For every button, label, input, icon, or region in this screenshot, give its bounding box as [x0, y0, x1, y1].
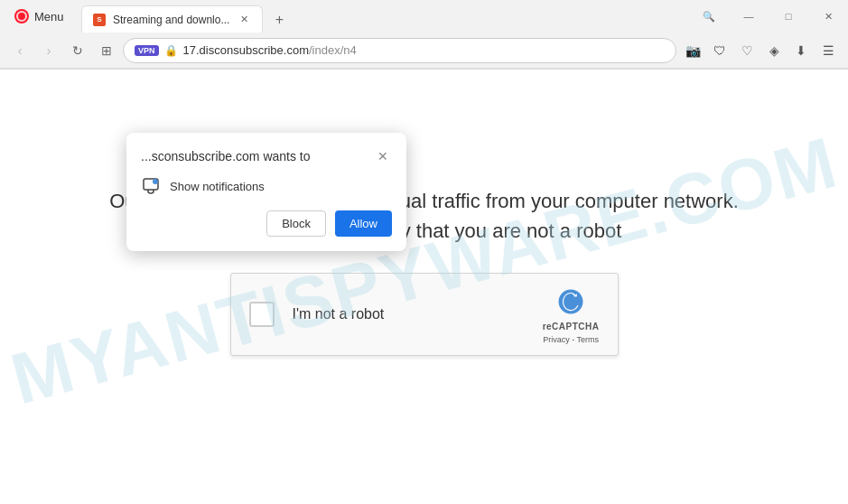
captcha-label: I'm not a robot: [293, 306, 525, 322]
minimize-button[interactable]: —: [729, 3, 769, 30]
lock-icon: 🔒: [164, 44, 178, 57]
terms-link[interactable]: Terms: [577, 335, 600, 344]
svg-point-1: [153, 179, 158, 184]
maximize-button[interactable]: □: [769, 3, 808, 30]
back-button[interactable]: ‹: [7, 38, 33, 63]
title-bar-row: Menu S Streaming and downlo... ✕ + 🔍 — □…: [0, 0, 848, 33]
captcha-logo-area: reCAPTCHA Privacy - Terms: [543, 285, 600, 344]
search-button[interactable]: 🔍: [689, 3, 729, 30]
recaptcha-links: Privacy - Terms: [543, 335, 599, 344]
notification-popup: ...sconsubscribe.com wants to ✕ Show not…: [126, 133, 406, 251]
close-button[interactable]: ✕: [808, 3, 848, 30]
tabs-section: S Streaming and downlo... ✕ +: [81, 0, 689, 33]
toolbar-icons: 📷 🛡 ♡ ◈ ⬇ ☰: [680, 38, 841, 63]
allow-button[interactable]: Allow: [335, 210, 392, 237]
address-bar[interactable]: VPN 🔒 17.disconsubscribe.com/index/n4: [123, 38, 676, 63]
active-tab[interactable]: S Streaming and downlo... ✕: [81, 5, 263, 33]
wallet-button[interactable]: ◈: [761, 38, 787, 63]
popup-permission-row: Show notifications: [141, 176, 392, 196]
address-text: 17.disconsubscribe.com/index/n4: [183, 43, 665, 57]
new-tab-button[interactable]: +: [266, 7, 292, 33]
reload-button[interactable]: ↻: [65, 38, 90, 63]
recaptcha-logo-icon: [554, 285, 587, 318]
menu-section: Menu: [0, 0, 81, 33]
tab-favicon: S: [93, 14, 106, 26]
tab-title: Streaming and downlo...: [113, 14, 229, 26]
opera-logo: [14, 9, 29, 23]
address-path: /index/n4: [309, 43, 357, 57]
block-button[interactable]: Block: [266, 210, 326, 237]
recaptcha-widget: I'm not a robot reCAPTCHA Privacy - Term…: [230, 273, 619, 356]
bookmarks-button[interactable]: ♡: [734, 38, 759, 63]
page-content: MYANTISPYWARE.COM Our systems have detec…: [0, 70, 848, 472]
shield-button[interactable]: 🛡: [707, 38, 732, 63]
navigation-bar: ‹ › ↻ ⊞ VPN 🔒 17.disconsubscribe.com/ind…: [0, 33, 848, 69]
window-controls: 🔍 — □ ✕: [689, 0, 848, 33]
popup-close-button[interactable]: ✕: [374, 147, 392, 165]
notification-bell-icon: [141, 176, 161, 196]
menu-label: Menu: [34, 10, 64, 23]
camera-button[interactable]: 📷: [680, 38, 705, 63]
popup-title: ...sconsubscribe.com wants to: [141, 149, 311, 163]
popup-header: ...sconsubscribe.com wants to ✕: [141, 147, 392, 165]
menu-button[interactable]: Menu: [7, 4, 71, 29]
forward-button[interactable]: ›: [36, 38, 61, 63]
browser-chrome: Menu S Streaming and downlo... ✕ + 🔍 — □…: [0, 0, 848, 70]
download-button[interactable]: ⬇: [788, 38, 814, 63]
address-domain: 17.disconsubscribe.com: [183, 43, 309, 57]
tab-close-button[interactable]: ✕: [237, 13, 251, 27]
popup-buttons: Block Allow: [141, 210, 392, 237]
vpn-badge: VPN: [135, 45, 159, 56]
privacy-link[interactable]: Privacy: [543, 335, 570, 344]
tabs-view-button[interactable]: ⊞: [94, 38, 119, 63]
permission-label: Show notifications: [170, 180, 265, 193]
recaptcha-brand: reCAPTCHA: [543, 322, 600, 331]
captcha-checkbox[interactable]: [249, 302, 275, 327]
settings-button[interactable]: ☰: [815, 38, 841, 63]
